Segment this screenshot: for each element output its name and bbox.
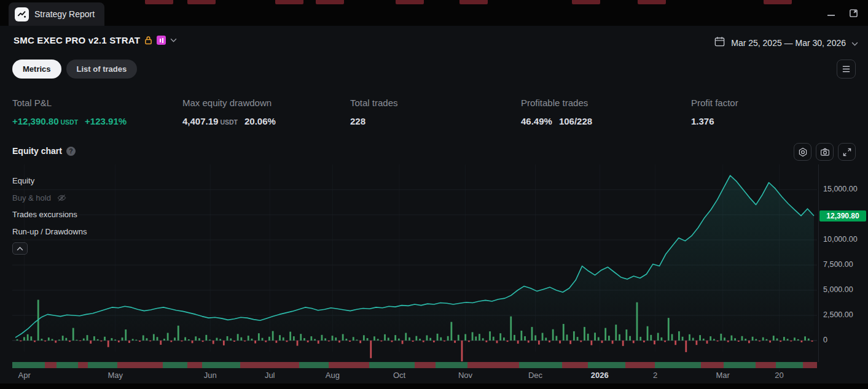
equity-curve: [12, 164, 817, 362]
time-axis-label: Nov: [458, 371, 472, 380]
legend-runup-drawdowns[interactable]: Run-up / Drawdowns: [12, 223, 87, 241]
help-icon[interactable]: ?: [66, 147, 76, 156]
strategy-report-window: Strategy Report SMC EXEC PRO v2.1 STRAT …: [0, 0, 868, 389]
session-segment-red: [562, 362, 588, 368]
date-range-text: Mar 25, 2025 — Mar 30, 2026: [731, 38, 846, 48]
price-axis-label: 0: [823, 336, 827, 344]
background-label-fragment: [275, 0, 303, 4]
legend-label: Trades excursions: [12, 210, 77, 219]
time-axis[interactable]: AprMayJunJulAugOctNovDec20262Mar20: [12, 371, 817, 383]
session-segment-green: [57, 362, 78, 368]
background-label-fragment: [316, 0, 344, 4]
price-axis-label: 7,500.00: [823, 260, 853, 269]
time-axis-label: Oct: [393, 371, 405, 380]
metric-value: +12,390.80: [12, 116, 59, 126]
strategy-menu-chevron-icon[interactable]: [170, 38, 177, 42]
window-titlebar[interactable]: Strategy Report: [0, 0, 868, 26]
chart-legend: Equity Buy & hold Trades excursions Run-…: [12, 172, 87, 255]
metric-unit: USDT: [61, 118, 79, 126]
session-segment-green: [436, 362, 468, 368]
session-segment-green: [519, 362, 562, 368]
metric-total-pnl: Total P&L +12,390.80 USDT +123.91%: [12, 98, 182, 126]
metric-label: Profit factor: [691, 98, 738, 108]
time-axis-label: 2026: [591, 371, 609, 380]
metric-profitable-trades: Profitable trades 46.49% 106/228: [521, 98, 691, 126]
tab-strategy-report[interactable]: Strategy Report: [9, 2, 104, 26]
session-segment-red: [240, 362, 299, 368]
equity-chart-title: Equity chart: [12, 146, 62, 156]
session-segment-red: [187, 362, 203, 368]
metric-label: Profitable trades: [521, 98, 691, 108]
eye-off-icon[interactable]: [57, 194, 66, 202]
minimize-button[interactable]: [823, 5, 840, 21]
time-axis-label: Dec: [528, 371, 542, 380]
price-axis-label: 2,500.00: [823, 310, 853, 319]
legend-trades-excursions[interactable]: Trades excursions: [12, 206, 87, 223]
time-axis-label: Aug: [326, 371, 340, 380]
price-axis-label: 10,000.00: [823, 235, 858, 244]
session-segment-red: [415, 362, 435, 368]
strategy-candles-icon: [157, 36, 166, 45]
metric-max-drawdown: Max equity drawdown 4,407.19 USDT 20.06%: [182, 98, 350, 126]
maximize-button[interactable]: [845, 5, 862, 21]
metric-secondary: 20.06%: [244, 116, 276, 126]
chart-toolbar: [794, 143, 856, 161]
tradingview-logo-icon: [15, 7, 29, 21]
equity-chart-plot[interactable]: [12, 164, 817, 362]
metric-unit: USDT: [220, 118, 238, 126]
session-segment-green: [776, 362, 803, 368]
session-segment-red: [45, 362, 57, 368]
session-segment-green: [163, 362, 187, 368]
metric-total-trades: Total trades 228: [350, 98, 521, 126]
session-segment-red: [78, 362, 88, 368]
equity-chart-header: Equity chart ?: [12, 146, 76, 156]
chart-settings-button[interactable]: [794, 143, 811, 161]
price-axis-label: 5,000.00: [823, 285, 853, 294]
background-label-fragment: [459, 0, 488, 4]
time-axis-label: Jun: [204, 371, 217, 380]
legend-equity[interactable]: Equity: [12, 172, 87, 190]
metric-profit-factor: Profit factor 1.376: [691, 98, 738, 126]
session-segment-green: [88, 362, 117, 368]
legend-collapse-button[interactable]: [12, 242, 28, 255]
session-segment-green: [12, 362, 45, 368]
metrics-row: Total P&L +12,390.80 USDT +123.91% Max e…: [12, 98, 738, 126]
report-layout-button[interactable]: [837, 60, 856, 79]
window-bottom-edge: [0, 383, 868, 389]
time-axis-label: Jul: [265, 371, 275, 380]
session-segment-green: [202, 362, 240, 368]
metric-value: 46.49%: [521, 116, 552, 126]
report-header: SMC EXEC PRO v2.1 STRAT: [14, 35, 177, 45]
metric-secondary: 106/228: [559, 116, 592, 126]
tab-list-of-trades[interactable]: List of trades: [66, 60, 138, 79]
time-axis-label: Mar: [716, 371, 730, 380]
price-axis-label: 15,000.00: [823, 185, 858, 193]
legend-label: Buy & hold: [12, 193, 51, 202]
metric-label: Total P&L: [12, 98, 182, 108]
session-segment-red: [625, 362, 655, 368]
session-segment-green: [369, 362, 415, 368]
invite-only-lock-icon: [144, 36, 152, 45]
fullscreen-button[interactable]: [838, 143, 856, 161]
tab-metrics[interactable]: Metrics: [12, 60, 61, 79]
background-label-fragment: [187, 0, 216, 4]
date-range-picker[interactable]: Mar 25, 2025 — Mar 30, 2026: [714, 36, 858, 50]
calendar-icon: [714, 36, 725, 50]
session-segment-green: [655, 362, 700, 368]
time-axis-label: May: [108, 371, 123, 380]
metric-value: 1.376: [691, 116, 714, 126]
session-segment-green: [299, 362, 329, 368]
legend-buy-and-hold[interactable]: Buy & hold: [12, 190, 87, 207]
trade-direction-strip: [12, 362, 817, 368]
background-label-fragment: [638, 0, 666, 4]
session-segment-red: [329, 362, 369, 368]
session-segment-red: [756, 362, 776, 368]
camera-snapshot-button[interactable]: [816, 143, 834, 161]
price-axis[interactable]: 15,000.0010,000.007,500.005,000.002,500.…: [818, 164, 868, 362]
session-segment-green: [588, 362, 625, 368]
current-equity-badge: 12,390.80: [819, 210, 866, 221]
legend-label: Run-up / Drawdowns: [12, 227, 87, 236]
metric-value: 228: [350, 116, 366, 126]
session-segment-red: [803, 362, 817, 368]
legend-label: Equity: [12, 176, 34, 185]
